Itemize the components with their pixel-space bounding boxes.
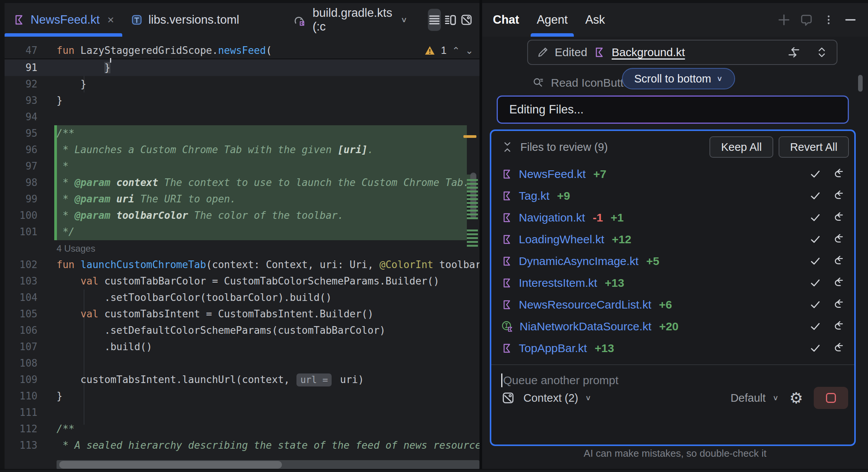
keep-all-button[interactable]: Keep All	[709, 136, 773, 158]
undo-icon[interactable]	[833, 277, 845, 289]
code-line[interactable]: 111	[5, 404, 479, 421]
check-icon[interactable]	[809, 342, 821, 354]
close-tab-icon[interactable]: ×	[107, 13, 114, 26]
file-review-row[interactable]: NiaNetworkDataSource.kt+20	[491, 315, 854, 337]
horizontal-scrollbar[interactable]	[57, 460, 479, 469]
file-link[interactable]: NiaNetworkDataSource.kt	[520, 320, 651, 333]
code-line[interactable]: 110}	[5, 388, 479, 404]
expand-collapse-icon[interactable]	[815, 45, 828, 59]
code-line[interactable]: 95/**	[5, 125, 479, 142]
plus-icon[interactable]	[777, 13, 791, 27]
horizontal-scrollbar-thumb[interactable]	[59, 461, 282, 469]
file-link[interactable]: Navigation.kt	[519, 211, 585, 224]
chevron-down-icon[interactable]: ∨	[772, 394, 779, 402]
undo-icon[interactable]	[833, 168, 845, 180]
check-icon[interactable]	[809, 299, 821, 311]
code-line[interactable]: 97 *	[5, 158, 479, 175]
check-icon[interactable]	[809, 233, 821, 246]
collapse-icon[interactable]	[501, 141, 513, 154]
code-line[interactable]: 101 */	[5, 224, 479, 240]
file-review-row[interactable]: TopAppBar.kt+13	[491, 337, 854, 359]
split-preview-icon[interactable]	[444, 9, 457, 31]
usages-hint[interactable]: 4 Usages	[57, 243, 95, 254]
pane-divider[interactable]	[479, 0, 482, 472]
code-lines[interactable]: 91 }92 }93}9495/**96 * Launches a Custom…	[5, 60, 479, 454]
model-dropdown[interactable]: Default	[730, 392, 766, 404]
code-line[interactable]: 94	[5, 109, 479, 125]
code-line[interactable]: 112/**	[5, 421, 479, 437]
next-warning-icon[interactable]: ⌄	[465, 45, 473, 56]
file-review-row[interactable]: DynamicAsyncImage.kt+5	[491, 250, 854, 272]
tab-chat[interactable]: Chat	[493, 3, 519, 37]
gear-icon[interactable]: ⚙	[789, 390, 803, 406]
chevron-down-icon[interactable]: ∨	[401, 16, 408, 24]
code-line[interactable]: 109 customTabsIntent.launchUrl(context, …	[5, 372, 479, 388]
image-attach-icon[interactable]	[501, 391, 515, 405]
prev-warning-icon[interactable]: ⌃	[452, 45, 460, 56]
revert-all-button[interactable]: Revert All	[779, 136, 849, 158]
kebab-menu-icon[interactable]	[823, 13, 834, 27]
undo-icon[interactable]	[833, 255, 845, 267]
file-review-row[interactable]: InterestsItem.kt+13	[491, 272, 854, 294]
code-line[interactable]: 107 .build()	[5, 339, 479, 355]
comment-bubble-icon[interactable]	[800, 13, 814, 27]
file-review-row[interactable]: LoadingWheel.kt+12	[491, 228, 854, 250]
code-line[interactable]: 113 * A sealed hierarchy describing the …	[5, 437, 479, 454]
undo-icon[interactable]	[833, 190, 845, 202]
code-line[interactable]: 91 }	[5, 60, 479, 76]
tab-newsfeed-kt[interactable]: NewsFeed.kt ×	[5, 3, 122, 37]
context-dropdown[interactable]: Context (2)	[523, 392, 578, 404]
file-review-row[interactable]: NewsResourceCardList.kt+6	[491, 294, 854, 315]
code-line[interactable]: 92 }	[5, 76, 479, 92]
swap-arrows-icon[interactable]	[787, 45, 801, 59]
code-line[interactable]: 105 val customTabsIntent = CustomTabsInt…	[5, 306, 479, 322]
code-line[interactable]: 102fun launchCustomChromeTab(context: Co…	[5, 257, 479, 273]
tab-build-gradle-kts[interactable]: build.gradle.kts (:c ∨	[284, 3, 416, 37]
sticky-header-line[interactable]: 47 fun LazyStaggeredGridScope.newsFeed( …	[5, 42, 479, 59]
tab-ask[interactable]: Ask	[585, 3, 605, 37]
file-review-row[interactable]: NewsFeed.kt+7	[491, 163, 854, 185]
code-line[interactable]: 104 .setToolbarColor(toolbarColor).build…	[5, 289, 479, 306]
undo-icon[interactable]	[833, 299, 845, 311]
check-icon[interactable]	[809, 212, 821, 224]
undo-icon[interactable]	[833, 320, 845, 333]
check-icon[interactable]	[809, 255, 821, 267]
scroll-to-bottom-button[interactable]: Scroll to bottom ∨	[622, 68, 735, 89]
edited-file-link[interactable]: Background.kt	[612, 46, 685, 59]
code-line[interactable]: 4 Usages	[5, 240, 479, 257]
check-icon[interactable]	[809, 277, 821, 289]
file-link[interactable]: InterestsItem.kt	[519, 276, 597, 289]
edited-file-card[interactable]: Edited Background.kt	[527, 40, 837, 65]
file-link[interactable]: NewsFeed.kt	[519, 168, 586, 181]
image-view-icon[interactable]	[460, 9, 473, 31]
code-line[interactable]: 103 val customTabBarColor = CustomTabCol…	[5, 273, 479, 289]
prompt-input[interactable]: Queue another prompt Context (2) ∨ Defau…	[491, 365, 854, 415]
check-icon[interactable]	[809, 190, 821, 202]
tab-libs-versions-toml[interactable]: libs.versions.toml	[122, 3, 248, 37]
list-view-icon[interactable]	[428, 9, 441, 31]
minimize-icon[interactable]	[844, 13, 857, 27]
undo-icon[interactable]	[833, 342, 845, 354]
chat-scrollbar-thumb[interactable]	[858, 75, 863, 92]
code-editor[interactable]: 47 fun LazyStaggeredGridScope.newsFeed( …	[5, 40, 479, 469]
code-line[interactable]: 98 * @param context The context to use t…	[5, 175, 479, 191]
undo-icon[interactable]	[833, 212, 845, 224]
code-line[interactable]: 100 * @param toolbarColor The color of t…	[5, 207, 479, 224]
code-line[interactable]: 99 * @param uri The URI to open.	[5, 191, 479, 207]
check-icon[interactable]	[809, 168, 821, 180]
check-icon[interactable]	[809, 320, 821, 333]
warning-icon[interactable]	[424, 45, 436, 56]
file-review-row[interactable]: Tag.kt+9	[491, 185, 854, 207]
chevron-down-icon[interactable]: ∨	[585, 394, 591, 402]
tab-agent[interactable]: Agent	[537, 3, 568, 37]
file-link[interactable]: LoadingWheel.kt	[519, 233, 604, 246]
undo-icon[interactable]	[833, 233, 845, 246]
code-line[interactable]: 106 .setDefaultColorSchemeParams(customT…	[5, 322, 479, 339]
file-link[interactable]: DynamicAsyncImage.kt	[519, 255, 638, 268]
file-link[interactable]: NewsResourceCardList.kt	[519, 298, 651, 311]
stop-button[interactable]	[814, 387, 848, 409]
code-line[interactable]: 108	[5, 355, 479, 372]
file-link[interactable]: Tag.kt	[519, 189, 549, 202]
file-link[interactable]: TopAppBar.kt	[519, 342, 587, 355]
file-review-row[interactable]: Navigation.kt-1+1	[491, 207, 854, 228]
